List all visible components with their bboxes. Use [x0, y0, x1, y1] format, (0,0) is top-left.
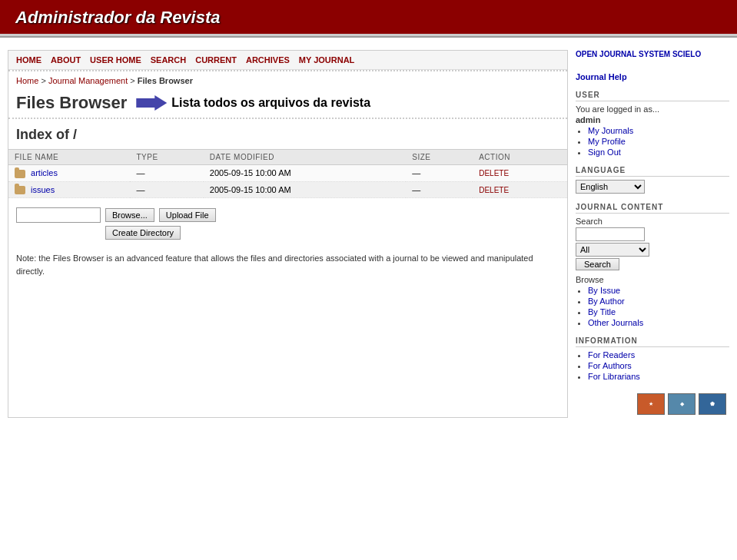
nav-my-journal[interactable]: MY JOURNAL — [299, 55, 355, 65]
create-dir-row: Create Directory — [105, 226, 559, 240]
nav-about[interactable]: ABOUT — [51, 55, 81, 65]
file-link[interactable]: articles — [31, 168, 58, 177]
journal-search-button[interactable]: Search — [576, 258, 619, 270]
language-select[interactable]: English — [576, 180, 645, 194]
upload-row: Browse... Upload File — [16, 207, 559, 223]
top-nav: HOME ABOUT USER HOME SEARCH CURRENT ARCH… — [8, 51, 567, 70]
page-title: Administrador da Revista — [15, 8, 221, 27]
ojs-link[interactable]: OPEN JOURNAL SYSTEM SCIELO — [576, 50, 729, 58]
upload-button[interactable]: Upload File — [159, 208, 216, 222]
info-link[interactable]: For Librarians — [588, 372, 640, 381]
delete-link[interactable]: DELETE — [479, 186, 509, 194]
journal-help-link[interactable]: Journal Help — [576, 72, 627, 81]
index-heading: Index of / — [8, 124, 567, 146]
content-area: HOME ABOUT USER HOME SEARCH CURRENT ARCH… — [8, 50, 568, 418]
sidebar-user-section: USER You are logged in as... admin My Jo… — [576, 91, 729, 157]
logo-2: ◆ — [668, 393, 696, 415]
file-size-cell: — — [406, 165, 473, 182]
user-section-title: USER — [576, 91, 729, 101]
user-links: My JournalsMy ProfileSign Out — [576, 126, 729, 157]
journal-search-select[interactable]: All — [576, 243, 649, 257]
file-type-cell: — — [130, 181, 203, 198]
logged-in-text: You are logged in as... — [576, 104, 729, 114]
nav-current[interactable]: CURRENT — [195, 55, 237, 65]
file-type-cell: — — [130, 165, 203, 182]
table-row: articles — 2005-09-15 10:00 AM — DELETE — [8, 165, 567, 182]
logo-3: ⬟ — [699, 393, 726, 415]
col-type: TYPE — [130, 150, 203, 165]
breadcrumb-journal-mgmt[interactable]: Journal Management — [48, 76, 128, 85]
file-link[interactable]: issues — [31, 185, 55, 194]
information-title: INFORMATION — [576, 336, 729, 347]
file-table: FILE NAME TYPE DATE MODIFIED SIZE ACTION… — [8, 149, 567, 198]
nav-archives[interactable]: ARCHIVES — [246, 55, 290, 65]
information-links: For ReadersFor AuthorsFor Librarians — [576, 350, 729, 381]
breadcrumb-home[interactable]: Home — [16, 76, 38, 85]
sidebar-ojs-section: OPEN JOURNAL SYSTEM SCIELO Journal Help — [576, 50, 729, 81]
info-link[interactable]: For Readers — [588, 350, 635, 360]
col-date: DATE MODIFIED — [204, 150, 406, 165]
user-link[interactable]: My Profile — [588, 137, 626, 146]
create-dir-button[interactable]: Create Directory — [105, 226, 181, 240]
breadcrumb: Home > Journal Management > Files Browse… — [8, 71, 567, 90]
file-date-cell: 2005-09-15 10:00 AM — [204, 165, 406, 182]
browse-link[interactable]: Other Journals — [588, 318, 643, 327]
col-action: ACTION — [473, 150, 567, 165]
sidebar-language-section: LANGUAGE English — [576, 166, 729, 194]
file-action-cell: DELETE — [473, 165, 567, 182]
sidebar: OPEN JOURNAL SYSTEM SCIELO Journal Help … — [576, 50, 729, 418]
browse-label: Browse — [576, 275, 729, 284]
file-name-cell: articles — [8, 165, 130, 182]
user-link[interactable]: Sign Out — [588, 147, 621, 157]
journal-content-title: JOURNAL CONTENT — [576, 203, 729, 214]
nav-search[interactable]: SEARCH — [151, 55, 186, 65]
browse-links: By IssueBy AuthorBy TitleOther Journals — [576, 286, 729, 327]
browse-link[interactable]: By Title — [588, 307, 616, 316]
user-link[interactable]: My Journals — [588, 126, 633, 135]
file-date-cell: 2005-09-15 10:00 AM — [204, 181, 406, 198]
username: admin — [576, 115, 729, 124]
table-row: issues — 2005-09-15 10:00 AM — DELETE — [8, 181, 567, 198]
sidebar-information-section: INFORMATION For ReadersFor AuthorsFor Li… — [576, 336, 729, 381]
title-divider — [0, 36, 737, 38]
logo-1: ★ — [637, 393, 665, 415]
file-action-cell: DELETE — [473, 181, 567, 198]
upload-area: Browse... Upload File Create Directory — [8, 201, 567, 246]
col-size: SIZE — [406, 150, 473, 165]
nav-user-home[interactable]: USER HOME — [90, 55, 141, 65]
folder-icon — [15, 170, 25, 178]
info-link[interactable]: For Authors — [588, 361, 632, 370]
arrow-label: Lista todos os arquivos da revista — [136, 95, 370, 111]
browse-link[interactable]: By Issue — [588, 286, 620, 295]
note-text: Note: the Files Browser is an advanced f… — [8, 246, 567, 290]
sidebar-journal-content-section: JOURNAL CONTENT Search All Search Browse… — [576, 203, 729, 327]
search-label: Search — [576, 217, 729, 226]
language-section-title: LANGUAGE — [576, 166, 729, 177]
page-heading-area: Files Browser Lista todos os arquivos da… — [8, 90, 567, 113]
file-size-cell: — — [406, 181, 473, 198]
browse-button[interactable]: Browse... — [105, 208, 154, 222]
col-filename: FILE NAME — [8, 150, 130, 165]
file-input[interactable] — [16, 207, 101, 223]
journal-search-input[interactable] — [576, 227, 645, 241]
file-name-cell: issues — [8, 181, 130, 198]
browse-link[interactable]: By Author — [588, 297, 625, 306]
page-header: Administrador da Revista — [0, 0, 737, 36]
folder-icon — [15, 186, 25, 194]
breadcrumb-current: Files Browser — [138, 76, 193, 85]
footer-logos: ★ ◆ ⬟ — [576, 390, 729, 418]
annotation-text: Lista todos os arquivos da revista — [171, 96, 370, 110]
delete-link[interactable]: DELETE — [479, 169, 509, 177]
content-separator-1 — [8, 118, 567, 119]
arrow-icon — [136, 95, 167, 111]
nav-home[interactable]: HOME — [16, 55, 41, 65]
page-heading: Files Browser — [16, 93, 127, 113]
journal-help: Journal Help — [576, 72, 729, 81]
